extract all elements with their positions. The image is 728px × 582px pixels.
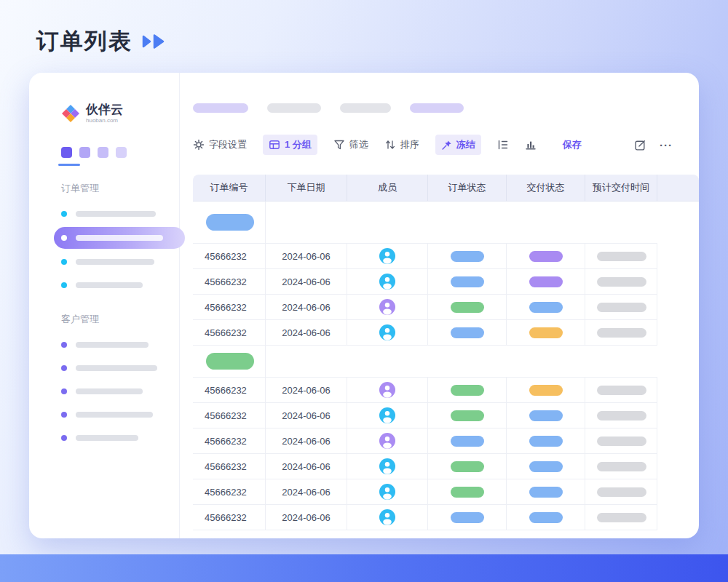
- member-avatar-icon: [379, 458, 395, 474]
- column-header[interactable]: 订单状态: [428, 175, 507, 201]
- freeze-button[interactable]: 冻结: [435, 135, 481, 155]
- workspace-swatch-4[interactable]: [116, 147, 127, 158]
- member-cell: [347, 378, 428, 402]
- group-header-row[interactable]: [193, 346, 657, 378]
- save-button[interactable]: 保存: [563, 138, 582, 151]
- skeleton-text: [76, 435, 138, 441]
- funnel-icon: [333, 139, 345, 151]
- filter-button[interactable]: 筛选: [333, 138, 368, 151]
- delivery-status-pill: [529, 276, 563, 287]
- delivery-status-cell: [507, 454, 585, 479]
- order-status-cell: [428, 269, 507, 294]
- sidebar-nav: 订单管理客户管理: [51, 182, 165, 450]
- double-play-icon: [141, 33, 170, 49]
- toolbar: 字段设置 1 分组 筛选: [193, 135, 699, 155]
- delivery-status-pill: [529, 385, 563, 396]
- member-cell: [347, 244, 428, 268]
- order-no-cell: 45666232: [193, 428, 266, 453]
- eta-cell: [585, 295, 657, 319]
- grid-icon: [269, 139, 280, 151]
- list-icon: [497, 139, 509, 151]
- bullet-dot-icon: [61, 282, 67, 288]
- sidebar-item[interactable]: [51, 356, 165, 380]
- breadcrumb-skeleton: [193, 103, 699, 113]
- workspace-swatch-3[interactable]: [98, 147, 108, 158]
- main-area: 字段设置 1 分组 筛选: [180, 73, 699, 538]
- order-status-pill: [451, 385, 484, 396]
- group-label-pill[interactable]: [206, 214, 254, 231]
- eta-skeleton-pill: [597, 462, 646, 471]
- column-header[interactable]: 下单日期: [266, 175, 347, 201]
- table-row[interactable]: 456662322024-06-06: [193, 269, 657, 295]
- table-row[interactable]: 456662322024-06-06: [193, 454, 657, 479]
- bullet-dot-icon: [61, 235, 67, 241]
- skeleton-pill: [193, 103, 248, 113]
- orders-table: 订单编号下单日期成员订单状态交付状态预计交付时间 456662322024-06…: [193, 175, 699, 530]
- chart-button[interactable]: [525, 139, 537, 151]
- delivery-status-cell: [507, 244, 585, 268]
- order-status-pill: [451, 302, 484, 313]
- order-status-cell: [428, 454, 507, 479]
- bullet-dot-icon: [61, 365, 67, 371]
- sidebar-item[interactable]: [54, 227, 185, 249]
- member-avatar-icon: [379, 324, 395, 340]
- table-header-row: 订单编号下单日期成员订单状态交付状态预计交付时间: [193, 175, 699, 202]
- delivery-status-pill: [529, 487, 563, 498]
- eta-cell: [585, 378, 657, 402]
- sort-button[interactable]: 排序: [384, 138, 419, 151]
- delivery-status-cell: [507, 269, 585, 294]
- sort-button-label: 排序: [400, 138, 419, 151]
- table-row[interactable]: 456662322024-06-06: [193, 320, 657, 346]
- save-button-label: 保存: [563, 138, 582, 151]
- group-button[interactable]: 1 分组: [263, 135, 317, 155]
- workspace-swatch-2[interactable]: [79, 147, 90, 158]
- workspace-swatch-1[interactable]: [61, 147, 72, 158]
- table-row[interactable]: 456662322024-06-06: [193, 295, 657, 320]
- group-label-pill[interactable]: [206, 353, 254, 370]
- order-status-cell: [428, 428, 507, 453]
- column-header[interactable]: 预计交付时间: [585, 175, 657, 201]
- sidebar-item[interactable]: [51, 380, 165, 403]
- member-cell: [347, 295, 428, 319]
- sidebar-item[interactable]: [51, 403, 165, 426]
- order-status-pill: [451, 251, 484, 262]
- table-row[interactable]: 456662322024-06-06: [193, 428, 657, 454]
- sidebar-item[interactable]: [51, 274, 165, 297]
- table-row[interactable]: 456662322024-06-06: [193, 479, 657, 505]
- column-header[interactable]: 交付状态: [507, 175, 585, 201]
- sidebar-section: 客户管理: [51, 313, 165, 450]
- logo[interactable]: 伙伴云 huoban.com: [61, 103, 165, 124]
- column-header[interactable]: 订单编号: [193, 175, 266, 201]
- eta-cell: [585, 505, 657, 530]
- skeleton-text: [76, 388, 143, 394]
- delivery-status-cell: [507, 479, 585, 504]
- order-no-cell: 45666232: [193, 454, 266, 479]
- delivery-status-pill: [529, 512, 563, 523]
- field-settings-button[interactable]: 字段设置: [193, 138, 247, 151]
- logo-domain: huoban.com: [86, 117, 123, 124]
- order-no-cell: 45666232: [193, 320, 266, 345]
- sidebar-item[interactable]: [51, 250, 165, 274]
- swatch-row: [61, 147, 165, 158]
- table-row[interactable]: 456662322024-06-06: [193, 505, 657, 530]
- table-row[interactable]: 456662322024-06-06: [193, 378, 657, 403]
- row-height-button[interactable]: [497, 139, 509, 151]
- edit-icon[interactable]: [634, 139, 646, 151]
- table-row[interactable]: 456662322024-06-06: [193, 403, 657, 428]
- sidebar-item[interactable]: [51, 202, 165, 226]
- field-settings-label: 字段设置: [209, 138, 247, 151]
- order-status-cell: [428, 244, 507, 268]
- table-row[interactable]: 456662322024-06-06: [193, 244, 657, 269]
- sidebar-item[interactable]: [51, 426, 165, 450]
- order-no-cell: 45666232: [193, 244, 266, 268]
- member-cell: [347, 479, 428, 504]
- delivery-status-pill: [529, 410, 563, 421]
- group-header-row[interactable]: [193, 202, 657, 244]
- more-button[interactable]: ···: [660, 139, 673, 151]
- eta-skeleton-pill: [597, 436, 646, 446]
- column-header[interactable]: 成员: [347, 175, 428, 201]
- sort-arrows-icon: [384, 139, 396, 151]
- delivery-status-cell: [507, 505, 585, 530]
- sidebar-item[interactable]: [51, 333, 165, 356]
- bar-chart-icon: [525, 139, 537, 151]
